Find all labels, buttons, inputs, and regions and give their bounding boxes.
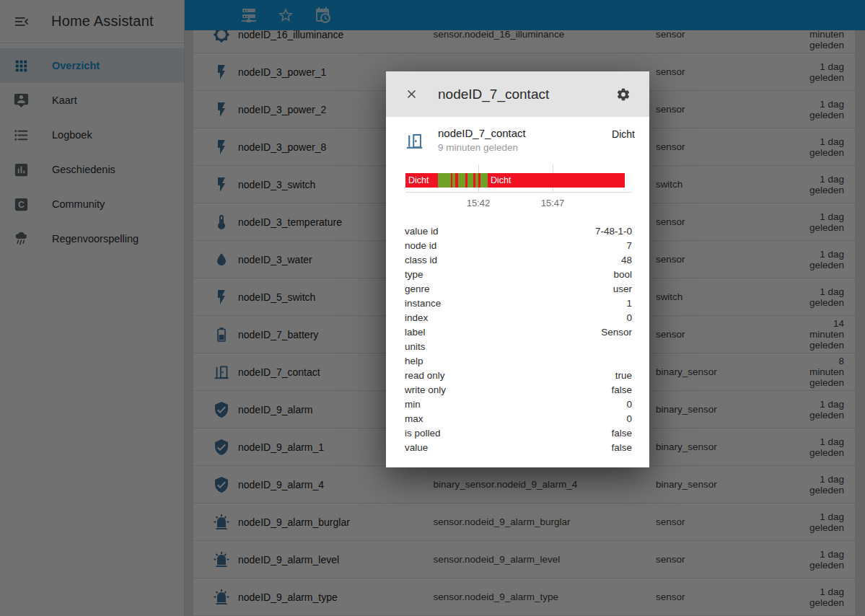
attribute-value: 1 <box>626 296 632 311</box>
entity-state: Dicht <box>612 128 635 153</box>
timeline-segment <box>480 173 488 188</box>
timeline-segment <box>467 173 473 188</box>
attribute-value: 0 <box>626 397 632 412</box>
attribute-row: help <box>405 354 632 369</box>
state-history-timeline: Dicht Dicht 15:42 15:47 <box>405 164 625 212</box>
entity-summary-text: nodeID_7_contact 9 minuten geleden <box>438 127 612 153</box>
attribute-value: 7 <box>626 239 632 253</box>
attribute-value: 0 <box>626 412 632 426</box>
entity-name: nodeID_7_contact <box>438 127 612 139</box>
attribute-key: units <box>405 340 632 354</box>
attribute-row: is polledfalse <box>405 426 632 441</box>
timeline-tick: 15:47 <box>541 198 565 208</box>
timeline-segment: Dicht <box>405 173 438 188</box>
attribute-row: read onlytrue <box>405 369 632 383</box>
attribute-key: read only <box>405 369 615 383</box>
attribute-list: value id7-48-1-0 node id7 class id48 typ… <box>405 224 632 455</box>
timeline-tick: 15:42 <box>467 198 491 208</box>
timeline-segment-label: Dicht <box>405 173 438 188</box>
attribute-row: class id48 <box>405 253 632 268</box>
attribute-key: min <box>405 397 626 412</box>
close-icon[interactable] <box>405 87 418 101</box>
attribute-key: genre <box>405 282 613 296</box>
door-open-icon <box>405 131 424 151</box>
attribute-key: value id <box>405 224 595 239</box>
attribute-key: value <box>405 441 611 455</box>
attribute-row: value id7-48-1-0 <box>405 224 632 239</box>
attribute-value: 48 <box>621 253 632 268</box>
attribute-key: is polled <box>405 426 611 441</box>
attribute-key: index <box>405 311 626 325</box>
attribute-row: labelSensor <box>405 325 632 340</box>
timeline-axis <box>405 192 632 193</box>
attribute-row: index0 <box>405 311 632 325</box>
attribute-key: type <box>405 268 613 282</box>
attribute-value: Sensor <box>601 325 632 340</box>
attribute-value: false <box>611 426 632 441</box>
dialog-body: nodeID_7_contact 9 minuten geleden Dicht… <box>386 117 649 467</box>
attribute-key: node id <box>405 239 626 253</box>
attribute-row: typebool <box>405 268 632 282</box>
timeline-segment: Dicht <box>488 173 625 188</box>
attribute-key: label <box>405 325 601 340</box>
attribute-key: class id <box>405 253 621 268</box>
attribute-row: write onlyfalse <box>405 383 632 397</box>
more-info-dialog: nodeID_7_contact nodeID_7_contact 9 minu… <box>386 71 649 467</box>
dialog-header: nodeID_7_contact <box>386 71 649 117</box>
attribute-row: valuefalse <box>405 441 632 455</box>
timeline-segment <box>458 173 465 188</box>
attribute-key: write only <box>405 383 611 397</box>
attribute-key: help <box>405 354 632 369</box>
timeline-segment-label: Dicht <box>488 173 625 188</box>
dialog-title: nodeID_7_contact <box>438 87 616 102</box>
attribute-key: max <box>405 412 626 426</box>
attribute-value: false <box>611 383 632 397</box>
attribute-row: node id7 <box>405 239 632 253</box>
gear-icon[interactable] <box>616 87 631 102</box>
attribute-row: min0 <box>405 397 632 412</box>
home-assistant-app: Home Assistant Overzicht Kaart Logboek G… <box>0 0 865 616</box>
attribute-row: units <box>405 340 632 354</box>
entity-summary: nodeID_7_contact 9 minuten geleden Dicht <box>405 127 635 153</box>
attribute-value: true <box>615 369 632 383</box>
attribute-key: instance <box>405 296 626 311</box>
entity-last-changed: 9 minuten geleden <box>438 142 612 153</box>
attribute-value: 0 <box>626 311 632 325</box>
attribute-value: user <box>613 282 632 296</box>
timeline-bar[interactable]: Dicht Dicht <box>405 173 625 188</box>
attribute-row: instance1 <box>405 296 632 311</box>
attribute-row: max0 <box>405 412 632 426</box>
attribute-row: genreuser <box>405 282 632 296</box>
timeline-segment <box>438 173 451 188</box>
attribute-value: 7-48-1-0 <box>595 224 632 239</box>
attribute-value: false <box>611 441 632 455</box>
attribute-value: bool <box>613 268 632 282</box>
